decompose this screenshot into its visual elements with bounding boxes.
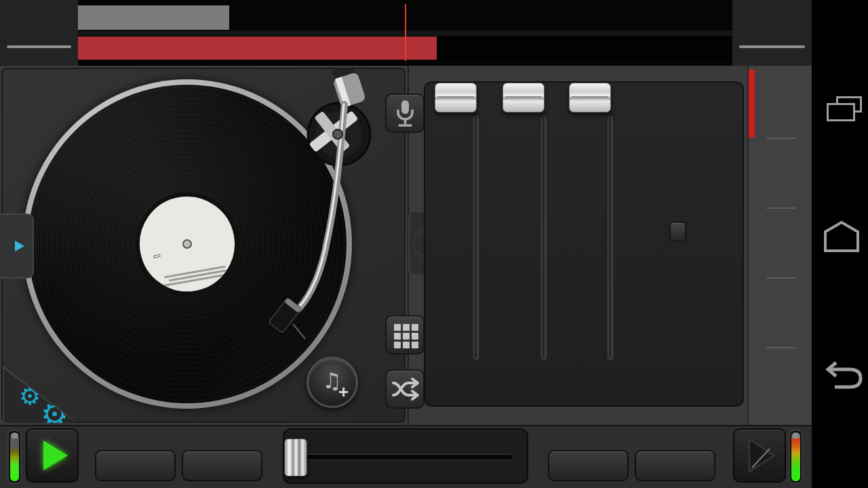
deck-b-cue-button[interactable] (635, 450, 715, 481)
playhead-line (405, 4, 406, 61)
main-area: ⚙ ⚙ ♫ + (0, 66, 812, 425)
sample-pads-button[interactable] (385, 315, 425, 354)
play-icon (15, 241, 24, 251)
deck-b-waveform-played[interactable] (78, 37, 437, 60)
home-icon (825, 222, 858, 251)
counterweight[interactable] (330, 69, 366, 108)
label-fine-print (159, 266, 227, 287)
eq-reset-button[interactable] (669, 222, 686, 242)
slider-knob-mid[interactable] (502, 83, 545, 113)
slider-track[interactable] (472, 113, 480, 361)
dual-waveform[interactable] (78, 0, 732, 66)
vinyl-record[interactable] (28, 85, 347, 403)
tab-bpm[interactable] (749, 139, 813, 207)
dj-studio-app: ⚙ ⚙ ♫ + (0, 0, 868, 488)
pivot-hub (333, 129, 342, 139)
record-center-label (127, 184, 247, 304)
slider-knob-hi[interactable] (569, 83, 611, 113)
mic-button[interactable] (385, 94, 425, 133)
crossfader-knob[interactable] (284, 439, 307, 476)
turntable-platter[interactable] (22, 79, 352, 409)
android-nav-bar (812, 0, 868, 488)
eq-panel (424, 81, 744, 407)
gear-icon: ⚙ (19, 382, 41, 410)
microphone-icon (387, 95, 423, 131)
back-button[interactable] (818, 358, 866, 393)
deck-a-time-box (0, 0, 78, 66)
eq-slider-hi[interactable] (570, 83, 651, 408)
bottom-control-bar (0, 425, 812, 488)
shuffle-icon (387, 371, 423, 407)
deck-a-time-underline (7, 45, 71, 48)
spindle (182, 239, 192, 249)
slider-knob-low[interactable] (435, 83, 477, 113)
tab-loop[interactable] (749, 209, 813, 277)
recents-button[interactable] (812, 68, 868, 122)
deck-b-time-box (732, 0, 812, 66)
deck-a-call-button[interactable] (182, 450, 262, 481)
slider-track[interactable] (606, 113, 614, 361)
deck-a-cue-button[interactable] (95, 450, 176, 481)
tab-pl[interactable] (749, 348, 813, 416)
home-button[interactable] (820, 218, 863, 253)
back-icon (828, 363, 861, 387)
deck-b-time-underline (739, 45, 805, 48)
deck-b-level-meter (789, 430, 803, 484)
slider-track[interactable] (540, 113, 548, 361)
dj-studio-logo (138, 221, 231, 237)
crossfader[interactable] (283, 428, 528, 484)
plus-icon: + (338, 382, 349, 403)
side-a-badge (153, 254, 161, 258)
deck-a-tab-play-button[interactable] (4, 232, 31, 260)
tab-eq[interactable] (749, 70, 813, 138)
recents-icon (827, 103, 855, 121)
deck-b-play-button[interactable] (733, 428, 786, 483)
turntable-panel: ⚙ ⚙ ♫ + (1, 68, 406, 423)
shuffle-button[interactable] (385, 369, 425, 409)
right-tab-sidebar (747, 66, 812, 425)
deck-b-call-button[interactable] (548, 450, 629, 481)
crossfader-track[interactable] (298, 454, 513, 460)
play-icon-dark (734, 430, 785, 481)
play-icon-green (43, 441, 68, 470)
deck-a-level-meter (7, 430, 22, 484)
deck-a-side-tab[interactable] (0, 214, 34, 279)
waveform-topbar (0, 0, 812, 66)
settings-corner[interactable]: ⚙ ⚙ (3, 366, 77, 423)
grid-icon (394, 324, 418, 348)
deck-b-waveform-unplayed[interactable] (437, 37, 732, 60)
load-track-button[interactable]: ♫ + (307, 357, 358, 408)
deck-a-play-button[interactable] (26, 428, 79, 483)
tab-fx[interactable] (749, 279, 813, 346)
